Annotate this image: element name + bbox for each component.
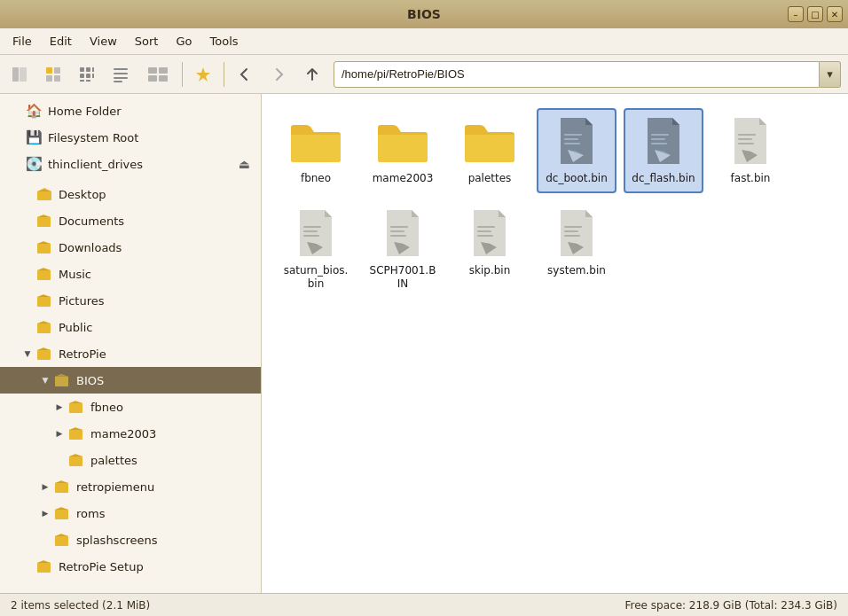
sidebar-item-retropiemenu[interactable]: ▶ retropiemenu bbox=[0, 473, 261, 500]
splashscreens-folder-icon bbox=[53, 531, 71, 549]
file-name-scph7001: SCPH7001.BIN bbox=[368, 264, 437, 292]
up-button[interactable] bbox=[296, 58, 328, 90]
menu-item-go[interactable]: Go bbox=[167, 31, 200, 51]
extra-pane-button[interactable] bbox=[37, 58, 69, 90]
address-bar-wrap: ▾ bbox=[334, 61, 841, 88]
svg-rect-26 bbox=[564, 138, 578, 140]
sidebar-item-label-pictures: Pictures bbox=[59, 294, 104, 308]
svg-rect-61 bbox=[477, 230, 491, 232]
svg-rect-9 bbox=[80, 74, 84, 78]
sidebar-item-label-thinclient: thinclient_drives bbox=[48, 158, 143, 171]
compact-view-button[interactable] bbox=[138, 58, 177, 90]
toolbar-separator-1 bbox=[182, 62, 183, 87]
minimize-button[interactable]: – bbox=[788, 6, 804, 22]
file-item-palettes[interactable]: palettes bbox=[450, 108, 530, 193]
sidebar-item-retropie[interactable]: ▼ RetroPie bbox=[0, 340, 261, 367]
file-item-mame2003[interactable]: mame2003 bbox=[363, 108, 443, 193]
menu-item-tools[interactable]: Tools bbox=[201, 31, 247, 51]
sidebar-item-thinclient[interactable]: 💽 thinclient_drives ⏏ bbox=[0, 151, 261, 177]
file-item-fbneo[interactable]: fbneo bbox=[276, 108, 356, 193]
eject-icon[interactable]: ⏏ bbox=[239, 157, 250, 171]
sidebar-item-label-retropie: RetroPie bbox=[59, 347, 106, 361]
bookmark-button[interactable] bbox=[187, 58, 219, 90]
file-item-dc-boot[interactable]: dc_boot.bin bbox=[537, 108, 616, 193]
menu-item-edit[interactable]: Edit bbox=[41, 31, 81, 51]
menu-item-file[interactable]: File bbox=[4, 31, 41, 51]
svg-marker-31 bbox=[672, 118, 679, 125]
sidebar-item-desktop[interactable]: Desktop bbox=[0, 181, 261, 207]
sidebar-item-pictures[interactable]: Pictures bbox=[0, 287, 261, 314]
file-name-skip: skip.bin bbox=[469, 264, 511, 278]
svg-rect-40 bbox=[738, 138, 752, 140]
sidebar-item-label-fbneo: fbneo bbox=[90, 401, 123, 414]
close-button[interactable]: ✕ bbox=[827, 6, 843, 22]
menu-item-sort[interactable]: Sort bbox=[126, 31, 168, 51]
svg-rect-68 bbox=[564, 230, 578, 232]
toolbar-separator-2 bbox=[224, 62, 224, 87]
file-item-scph7001[interactable]: SCPH7001.BIN bbox=[363, 200, 443, 299]
sidebar-item-documents[interactable]: Documents bbox=[0, 207, 261, 234]
sidebar-item-home-folder[interactable]: 🏠 Home Folder bbox=[0, 97, 261, 124]
file-item-skip[interactable]: skip.bin bbox=[450, 200, 530, 299]
forward-button[interactable] bbox=[263, 58, 294, 90]
back-button[interactable] bbox=[229, 58, 261, 90]
sidebar-item-label-retropiemenu: retropiemenu bbox=[76, 480, 154, 494]
menu-item-view[interactable]: View bbox=[81, 31, 126, 51]
svg-rect-14 bbox=[114, 68, 128, 70]
sidebar-item-palettes[interactable]: palettes bbox=[0, 447, 261, 473]
palettes-folder-icon bbox=[67, 451, 85, 469]
file-name-mame2003: mame2003 bbox=[373, 172, 434, 186]
svg-rect-4 bbox=[46, 75, 52, 82]
arrow-placeholder bbox=[21, 294, 34, 307]
svg-rect-55 bbox=[390, 235, 406, 237]
retropie-folder-icon bbox=[35, 345, 53, 363]
file-grid: fbneo mame2003 bbox=[276, 108, 834, 299]
arrow-placeholder bbox=[21, 241, 34, 253]
file-name-system: system.bin bbox=[547, 264, 606, 278]
titlebar: BIOS – □ ✕ bbox=[0, 0, 848, 28]
icon-view-button[interactable] bbox=[71, 58, 103, 90]
svg-rect-46 bbox=[303, 226, 321, 228]
bin-icon-scph7001 bbox=[376, 207, 429, 261]
maximize-button[interactable]: □ bbox=[807, 6, 823, 22]
sidebar-item-fbneo[interactable]: ▶ fbneo bbox=[0, 394, 261, 420]
show-sidebar-button[interactable] bbox=[4, 58, 35, 90]
bin-icon-system bbox=[550, 207, 603, 261]
address-bar[interactable] bbox=[334, 61, 820, 88]
file-name-fast: fast.bin bbox=[731, 172, 771, 186]
address-bar-dropdown[interactable]: ▾ bbox=[820, 61, 841, 88]
file-item-fast[interactable]: fast.bin bbox=[711, 108, 790, 193]
sidebar-item-filesystem-root[interactable]: 💾 Filesystem Root bbox=[0, 124, 261, 151]
file-item-saturn-bios[interactable]: saturn_bios.bin bbox=[276, 200, 356, 299]
sidebar: 🏠 Home Folder 💾 Filesystem Root 💽 thincl… bbox=[0, 94, 262, 593]
filesystem-icon: 💾 bbox=[25, 129, 43, 146]
sidebar-item-mame2003[interactable]: ▶ mame2003 bbox=[0, 420, 261, 447]
file-name-saturn-bios: saturn_bios.bin bbox=[281, 264, 350, 292]
sidebar-item-retropie-setup[interactable]: RetroPie Setup bbox=[0, 553, 261, 580]
svg-marker-24 bbox=[585, 118, 593, 125]
file-item-dc-flash[interactable]: dc_flash.bin bbox=[624, 108, 703, 193]
sidebar-item-splashscreens[interactable]: splashscreens bbox=[0, 526, 261, 553]
retropie-setup-folder-icon bbox=[35, 558, 53, 575]
sidebar-item-music[interactable]: Music bbox=[0, 261, 261, 287]
sidebar-item-label-retropie-setup: RetroPie Setup bbox=[59, 560, 144, 573]
arrow-placeholder bbox=[39, 534, 51, 546]
list-view-button[interactable] bbox=[105, 58, 137, 90]
arrow-placeholder bbox=[21, 560, 34, 573]
arrow-placeholder bbox=[21, 214, 34, 227]
sidebar-item-public[interactable]: Public bbox=[0, 314, 261, 340]
sidebar-item-downloads[interactable]: Downloads bbox=[0, 234, 261, 261]
svg-rect-18 bbox=[148, 67, 157, 74]
sidebar-item-bios[interactable]: ▼ BIOS bbox=[0, 367, 261, 394]
svg-rect-11 bbox=[92, 74, 94, 78]
file-item-system[interactable]: system.bin bbox=[537, 200, 616, 299]
svg-rect-15 bbox=[114, 73, 128, 74]
svg-rect-3 bbox=[54, 67, 60, 74]
arrow-placeholder bbox=[11, 105, 23, 117]
arrow-placeholder bbox=[11, 158, 23, 170]
svg-rect-5 bbox=[54, 75, 60, 82]
svg-rect-16 bbox=[114, 77, 128, 79]
sidebar-item-label-mame2003: mame2003 bbox=[90, 427, 156, 441]
toolbar: ▾ bbox=[0, 55, 848, 94]
sidebar-item-roms[interactable]: ▶ roms bbox=[0, 500, 261, 526]
